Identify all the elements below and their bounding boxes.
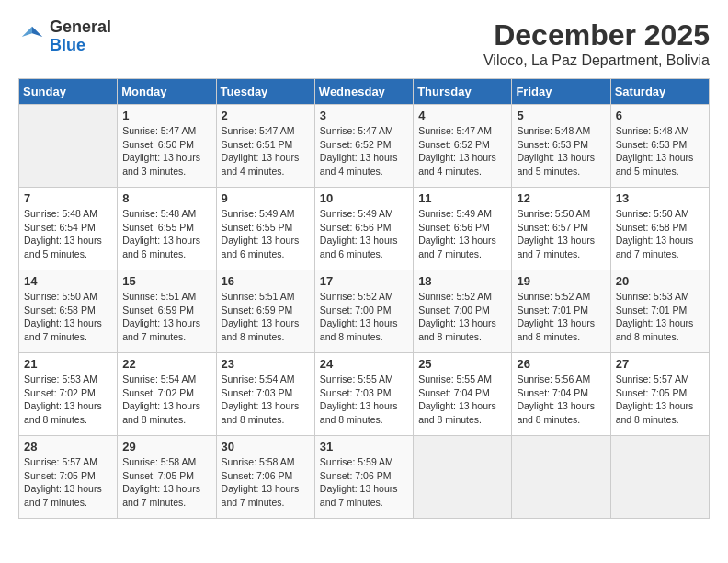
page-subtitle: Viloco, La Paz Department, Bolivia [483,52,710,69]
day-info: Sunrise: 5:49 AMSunset: 6:56 PMDaylight:… [418,207,506,261]
day-info: Sunrise: 5:53 AMSunset: 7:01 PMDaylight:… [616,290,704,344]
calendar-cell: 12Sunrise: 5:50 AMSunset: 6:57 PMDayligh… [512,188,610,270]
calendar-table: SundayMondayTuesdayWednesdayThursdayFrid… [18,78,710,519]
calendar-cell: 11Sunrise: 5:49 AMSunset: 6:56 PMDayligh… [414,188,512,270]
day-number: 27 [616,357,704,371]
calendar-cell: 14Sunrise: 5:50 AMSunset: 6:58 PMDayligh… [19,270,118,353]
calendar-cell: 16Sunrise: 5:51 AMSunset: 6:59 PMDayligh… [216,270,314,353]
day-of-week-header: Tuesday [216,79,314,105]
day-number: 5 [517,109,605,122]
day-info: Sunrise: 5:48 AMSunset: 6:55 PMDaylight:… [122,207,210,261]
svg-marker-1 [22,27,32,37]
day-info: Sunrise: 5:52 AMSunset: 7:00 PMDaylight:… [418,290,506,344]
calendar-cell: 31Sunrise: 5:59 AMSunset: 7:06 PMDayligh… [314,436,413,519]
day-number: 6 [616,109,704,122]
day-info: Sunrise: 5:54 AMSunset: 7:02 PMDaylight:… [122,373,210,427]
calendar-cell [414,436,512,519]
day-info: Sunrise: 5:47 AMSunset: 6:52 PMDaylight:… [418,124,506,178]
day-of-week-header: Thursday [414,79,512,105]
calendar-cell [610,436,709,519]
day-number: 4 [418,109,506,122]
title-block: December 2025 Viloco, La Paz Department,… [483,18,710,69]
calendar-cell: 26Sunrise: 5:56 AMSunset: 7:04 PMDayligh… [512,353,610,436]
calendar-cell: 21Sunrise: 5:53 AMSunset: 7:02 PMDayligh… [19,353,118,436]
day-number: 2 [222,109,310,122]
day-info: Sunrise: 5:58 AMSunset: 7:05 PMDaylight:… [122,455,210,510]
calendar-cell: 27Sunrise: 5:57 AMSunset: 7:05 PMDayligh… [610,353,709,436]
day-number: 12 [517,191,605,205]
calendar-cell: 29Sunrise: 5:58 AMSunset: 7:05 PMDayligh… [118,436,216,519]
day-number: 3 [320,109,408,122]
day-number: 28 [24,440,112,454]
calendar-week-row: 1Sunrise: 5:47 AMSunset: 6:50 PMDaylight… [19,105,710,188]
calendar-cell [512,436,610,519]
logo-blue: Blue [50,36,85,54]
day-info: Sunrise: 5:48 AMSunset: 6:53 PMDaylight:… [616,124,704,178]
page-title: December 2025 [483,18,710,52]
day-info: Sunrise: 5:48 AMSunset: 6:53 PMDaylight:… [517,124,605,178]
day-number: 29 [122,440,210,454]
day-number: 1 [122,109,210,122]
calendar-cell: 23Sunrise: 5:54 AMSunset: 7:03 PMDayligh… [216,353,314,436]
day-info: Sunrise: 5:51 AMSunset: 6:59 PMDaylight:… [122,290,210,344]
calendar-week-row: 7Sunrise: 5:48 AMSunset: 6:54 PMDaylight… [19,188,710,270]
logo-text: General Blue [50,18,111,55]
day-number: 26 [517,357,605,371]
day-number: 24 [320,357,408,371]
calendar-week-row: 28Sunrise: 5:57 AMSunset: 7:05 PMDayligh… [19,436,710,519]
calendar-cell: 13Sunrise: 5:50 AMSunset: 6:58 PMDayligh… [610,188,709,270]
calendar-week-row: 14Sunrise: 5:50 AMSunset: 6:58 PMDayligh… [19,270,710,353]
calendar-cell: 22Sunrise: 5:54 AMSunset: 7:02 PMDayligh… [118,353,216,436]
svg-marker-0 [32,27,42,37]
calendar-cell: 18Sunrise: 5:52 AMSunset: 7:00 PMDayligh… [414,270,512,353]
logo: General Blue [18,18,111,55]
calendar-cell: 19Sunrise: 5:52 AMSunset: 7:01 PMDayligh… [512,270,610,353]
calendar-cell: 25Sunrise: 5:55 AMSunset: 7:04 PMDayligh… [414,353,512,436]
day-info: Sunrise: 5:55 AMSunset: 7:04 PMDaylight:… [418,373,506,427]
calendar-cell: 6Sunrise: 5:48 AMSunset: 6:53 PMDaylight… [610,105,709,188]
day-info: Sunrise: 5:50 AMSunset: 6:58 PMDaylight:… [24,290,112,344]
day-info: Sunrise: 5:52 AMSunset: 7:00 PMDaylight:… [320,290,408,344]
day-info: Sunrise: 5:58 AMSunset: 7:06 PMDaylight:… [222,455,310,510]
calendar-cell: 10Sunrise: 5:49 AMSunset: 6:56 PMDayligh… [314,188,413,270]
day-info: Sunrise: 5:51 AMSunset: 6:59 PMDaylight:… [222,290,310,344]
day-of-week-header: Sunday [19,79,118,105]
day-info: Sunrise: 5:49 AMSunset: 6:55 PMDaylight:… [222,207,310,261]
day-info: Sunrise: 5:59 AMSunset: 7:06 PMDaylight:… [320,455,408,510]
day-number: 22 [122,357,210,371]
day-number: 13 [616,191,704,205]
day-number: 21 [24,357,112,371]
calendar-cell: 1Sunrise: 5:47 AMSunset: 6:50 PMDaylight… [118,105,216,188]
day-info: Sunrise: 5:50 AMSunset: 6:58 PMDaylight:… [616,207,704,261]
day-info: Sunrise: 5:55 AMSunset: 7:03 PMDaylight:… [320,373,408,427]
day-number: 25 [418,357,506,371]
calendar-cell: 28Sunrise: 5:57 AMSunset: 7:05 PMDayligh… [19,436,118,519]
calendar-cell: 30Sunrise: 5:58 AMSunset: 7:06 PMDayligh… [216,436,314,519]
logo-icon [18,23,46,51]
day-number: 9 [222,191,310,205]
calendar-cell: 9Sunrise: 5:49 AMSunset: 6:55 PMDaylight… [216,188,314,270]
day-number: 17 [320,274,408,288]
day-info: Sunrise: 5:47 AMSunset: 6:52 PMDaylight:… [320,124,408,178]
calendar-week-row: 21Sunrise: 5:53 AMSunset: 7:02 PMDayligh… [19,353,710,436]
calendar-cell: 2Sunrise: 5:47 AMSunset: 6:51 PMDaylight… [216,105,314,188]
day-info: Sunrise: 5:53 AMSunset: 7:02 PMDaylight:… [24,373,112,427]
day-info: Sunrise: 5:54 AMSunset: 7:03 PMDaylight:… [222,373,310,427]
day-number: 20 [616,274,704,288]
day-of-week-header: Saturday [610,79,709,105]
day-number: 10 [320,191,408,205]
day-info: Sunrise: 5:57 AMSunset: 7:05 PMDaylight:… [616,373,704,427]
day-number: 18 [418,274,506,288]
calendar-cell: 24Sunrise: 5:55 AMSunset: 7:03 PMDayligh… [314,353,413,436]
day-number: 19 [517,274,605,288]
day-number: 23 [222,357,310,371]
day-info: Sunrise: 5:52 AMSunset: 7:01 PMDaylight:… [517,290,605,344]
day-of-week-header: Wednesday [314,79,413,105]
day-number: 30 [222,440,310,454]
calendar-cell: 8Sunrise: 5:48 AMSunset: 6:55 PMDaylight… [118,188,216,270]
calendar-cell: 20Sunrise: 5:53 AMSunset: 7:01 PMDayligh… [610,270,709,353]
day-info: Sunrise: 5:50 AMSunset: 6:57 PMDaylight:… [517,207,605,261]
day-number: 16 [222,274,310,288]
day-of-week-header: Friday [512,79,610,105]
day-info: Sunrise: 5:47 AMSunset: 6:51 PMDaylight:… [222,124,310,178]
